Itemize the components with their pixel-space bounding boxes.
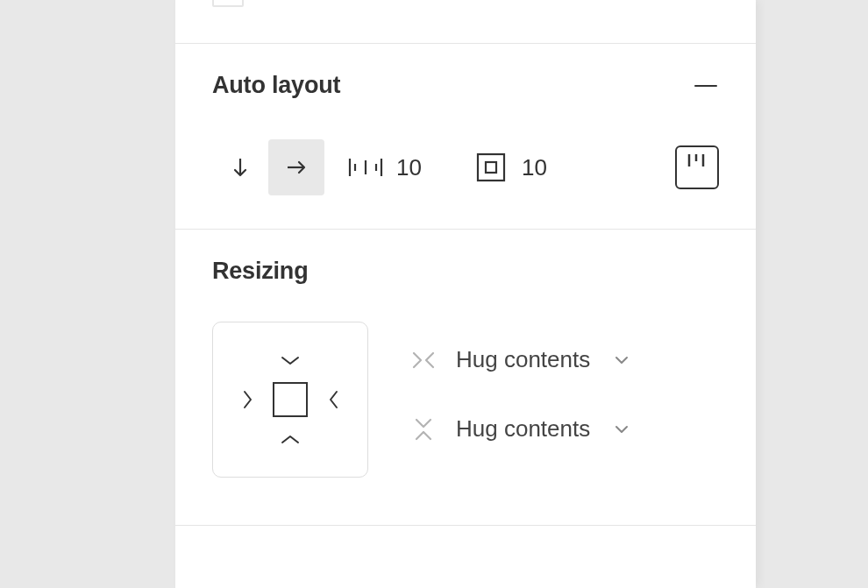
constraint-chevron-bottom: [279, 433, 302, 445]
auto-layout-section: Auto layout: [175, 44, 756, 230]
resizing-constraint-box[interactable]: [212, 322, 368, 478]
constraint-chevron-top: [279, 354, 302, 366]
constraint-center-square: [273, 382, 308, 417]
spacing-value[interactable]: 10: [396, 154, 422, 181]
stub-icon: [212, 0, 244, 7]
width-resizing-dropdown[interactable]: Hug contents: [410, 346, 630, 373]
direction-vertical-button[interactable]: [212, 139, 268, 195]
arrow-right-icon: [284, 155, 309, 180]
svg-rect-7: [478, 154, 504, 181]
resizing-title: Resizing: [212, 258, 308, 285]
svg-rect-8: [486, 162, 496, 173]
padding-control[interactable]: 10: [476, 152, 547, 182]
resizing-section: Resizing: [175, 230, 756, 526]
hug-horizontal-icon: [410, 347, 437, 373]
width-resizing-label: Hug contents: [456, 346, 590, 373]
height-resizing-label: Hug contents: [456, 415, 590, 443]
design-panel: Auto layout: [175, 0, 756, 588]
arrow-down-icon: [228, 155, 253, 180]
previous-section-stub: [175, 0, 756, 44]
resizing-dropdowns: Hug contents Hug contents: [410, 322, 630, 443]
spacing-between-icon: [347, 153, 384, 181]
padding-value[interactable]: 10: [522, 154, 547, 181]
align-top-left-icon: [685, 152, 709, 170]
hug-vertical-icon: [410, 416, 437, 443]
resizing-header: Resizing: [212, 258, 719, 285]
chevron-down-icon: [613, 424, 630, 435]
padding-icon: [476, 152, 506, 182]
constraint-chevron-left: [241, 388, 253, 411]
spacing-control[interactable]: 10: [347, 153, 422, 181]
remove-auto-layout-button[interactable]: [693, 73, 719, 99]
minus-icon: [694, 85, 717, 87]
direction-group: [212, 139, 324, 195]
constraint-chevron-right: [327, 388, 339, 411]
alignment-button[interactable]: [675, 145, 719, 189]
direction-horizontal-button[interactable]: [268, 139, 324, 195]
auto-layout-controls: 10 10: [212, 139, 719, 195]
height-resizing-dropdown[interactable]: Hug contents: [410, 415, 630, 443]
auto-layout-title: Auto layout: [212, 72, 340, 99]
resizing-content: Hug contents Hug contents: [212, 322, 719, 478]
auto-layout-header: Auto layout: [212, 72, 719, 99]
chevron-down-icon: [613, 355, 630, 365]
